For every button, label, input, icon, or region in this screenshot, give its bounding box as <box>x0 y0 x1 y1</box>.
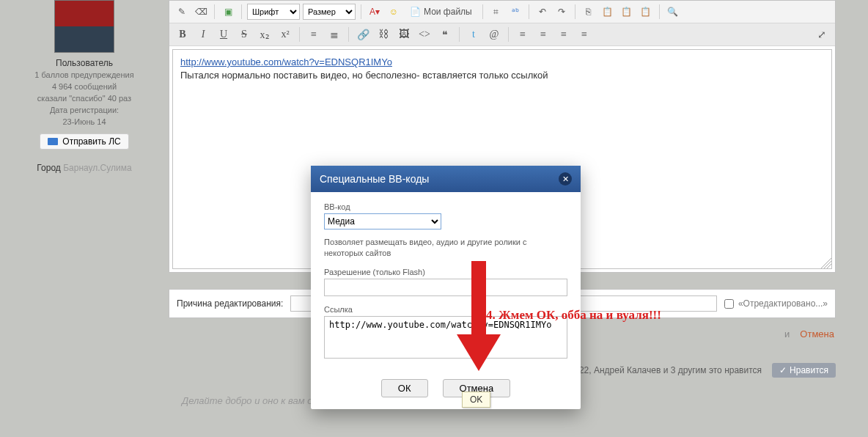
image2-icon[interactable]: 🖼 <box>395 26 413 43</box>
expand-icon[interactable]: ⤢ <box>813 26 831 43</box>
city-row: Город Барнаул.Сулима <box>6 163 163 173</box>
eraser-icon[interactable]: ⌫ <box>193 4 209 20</box>
editor-text: Пытался нормально поставить видео, но бе… <box>180 70 548 81</box>
user-info: Пользователь 1 баллов предупреждения 4 9… <box>6 57 163 128</box>
user-warnings: 1 баллов предупреждения <box>6 69 163 81</box>
underline-button[interactable]: U <box>215 26 232 43</box>
resize-handle-icon[interactable] <box>821 258 831 268</box>
subscript-button[interactable]: x₂ <box>256 26 273 43</box>
send-pm-label: Отправить ЛС <box>62 136 120 147</box>
undo-icon[interactable]: ↶ <box>534 4 551 20</box>
user-posts: 4 964 сообщений <box>6 81 163 92</box>
svg-marker-1 <box>457 334 501 371</box>
source-icon[interactable]: ✎ <box>174 4 190 20</box>
reason-label: Причина редактирования: <box>177 298 283 309</box>
edited-checkbox[interactable]: «Отредактировано...» <box>724 298 828 309</box>
edited-check[interactable] <box>724 299 734 309</box>
user-sidebar: Пользователь 1 баллов предупреждения 4 9… <box>0 0 169 406</box>
size-select[interactable]: Размер <box>303 4 356 20</box>
copy-icon[interactable]: ⎘ <box>581 4 597 20</box>
cancel-link[interactable]: Отмена <box>800 328 834 339</box>
envelope-icon <box>48 138 58 145</box>
avatar <box>54 0 114 53</box>
paste-word-icon[interactable]: 📋 <box>638 4 654 20</box>
code-button[interactable]: <> <box>416 26 433 43</box>
city-value: Барнаул.Сулима <box>63 163 132 173</box>
align-center-button[interactable]: ≡ <box>534 26 552 43</box>
bbcode-select[interactable]: Медиа <box>324 213 441 229</box>
find-icon[interactable]: 🔍 <box>665 4 681 20</box>
italic-button[interactable]: I <box>194 26 212 43</box>
paste-icon[interactable]: 📋 <box>600 4 616 20</box>
image-icon[interactable]: ▣ <box>220 4 236 20</box>
city-label: Город <box>37 163 60 173</box>
text-color-icon[interactable]: A▾ <box>367 4 383 20</box>
svg-rect-0 <box>471 261 486 334</box>
likes-text: ав22, Андрей Калачев и 3 другим это нрав… <box>570 365 762 375</box>
redo-icon[interactable]: ↷ <box>553 4 570 20</box>
strike-button[interactable]: S <box>235 26 253 43</box>
editor-link[interactable]: http://www.youtube.com/watch?v=EDNSQR1IM… <box>180 56 392 67</box>
toolbar-2: B I U S x₂ x² ≡ ≣ 🔗 ⛓ 🖼 <> ❝ t @ ≡ <box>169 23 835 46</box>
twitter-icon[interactable]: t <box>465 26 482 43</box>
user-role: Пользователь <box>6 57 163 69</box>
bbcode-description: Позволяет размещать видео, аудио и други… <box>324 237 567 259</box>
reg-label: Дата регистрации: <box>6 104 163 116</box>
align-right-button[interactable]: ≡ <box>555 26 573 43</box>
emoji-icon[interactable]: ☺ <box>386 4 402 20</box>
ok-button[interactable]: ОК <box>381 379 428 397</box>
link-button[interactable]: 🔗 <box>354 26 372 43</box>
align-left-button[interactable]: ≡ <box>514 26 532 43</box>
resolution-input[interactable] <box>324 279 567 296</box>
modal-title: Специальные BB-коды <box>320 173 429 185</box>
bbcode-label: BB-код <box>324 202 567 211</box>
modal-header: Специальные BB-коды ✕ <box>311 166 581 192</box>
reg-date: 23-Июнь 14 <box>6 116 163 128</box>
myfiles-button[interactable]: 📄 Мои файлы <box>405 4 477 20</box>
translate-icon[interactable]: ᵃᵇ <box>507 4 523 20</box>
tooltip: OK <box>462 392 490 408</box>
quote-button[interactable]: ❝ <box>436 26 454 43</box>
unlink-button[interactable]: ⛓ <box>375 26 392 43</box>
align-justify-button[interactable]: ≡ <box>575 26 593 43</box>
ol-button[interactable]: ≣ <box>326 26 343 43</box>
bold-button[interactable]: B <box>174 26 191 43</box>
mention-icon[interactable]: @ <box>485 26 503 43</box>
bbcode-modal: Специальные BB-коды ✕ BB-код Медиа Позво… <box>311 166 581 409</box>
user-thanks: сказали "спасибо" 40 раз <box>6 92 163 104</box>
send-pm-button[interactable]: Отправить ЛС <box>40 133 128 150</box>
annotation-text: 4. Жмем ОК, обба на и вуаля!!! <box>486 308 661 323</box>
modal-footer: ОК Отмена <box>311 372 581 409</box>
like-button[interactable]: ✓ Нравится <box>772 363 836 378</box>
resolution-label: Разрешение (только Flash) <box>324 268 567 276</box>
toolbar-1: ✎ ⌫ ▣ Шрифт Размер A▾ ☺ 📄 Мои файлы ⌗ ᵃᵇ… <box>169 1 835 23</box>
font-select[interactable]: Шрифт <box>247 4 300 20</box>
ul-button[interactable]: ≡ <box>305 26 323 43</box>
modal-body: BB-код Медиа Позволяет размещать видео, … <box>311 192 581 372</box>
paste-text-icon[interactable]: 📋 <box>619 4 635 20</box>
bbcode-icon[interactable]: ⌗ <box>488 4 504 20</box>
superscript-button[interactable]: x² <box>276 26 294 43</box>
close-icon[interactable]: ✕ <box>559 172 572 186</box>
